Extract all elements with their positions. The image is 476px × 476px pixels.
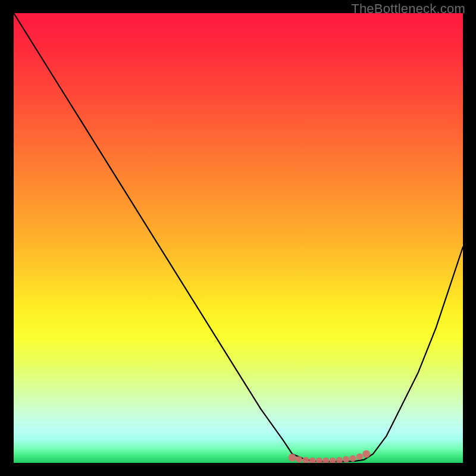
svg-point-3 [309, 458, 316, 463]
plot-area [14, 13, 463, 463]
svg-point-9 [350, 455, 356, 462]
svg-point-8 [343, 456, 349, 463]
chart-frame: { "watermark": "TheBottleneck.com", "col… [0, 0, 476, 476]
svg-point-0 [289, 453, 296, 461]
svg-point-5 [322, 458, 329, 463]
svg-point-1 [296, 456, 302, 463]
optimal-range-markers [14, 13, 463, 463]
svg-point-10 [356, 453, 363, 460]
svg-point-4 [316, 458, 322, 463]
svg-point-11 [362, 450, 370, 458]
svg-point-2 [302, 457, 309, 463]
svg-point-7 [336, 457, 343, 463]
svg-point-6 [330, 458, 336, 463]
watermark-text: TheBottleneck.com [351, 1, 465, 17]
